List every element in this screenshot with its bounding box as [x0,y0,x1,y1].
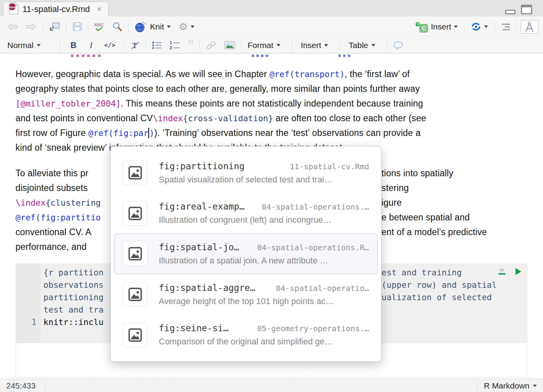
text-line[interactable]: geography states that points close to ea… [15,81,531,96]
xref-desc: Average height of the top 101 high point… [159,296,369,306]
index-argument: {clustering [46,198,101,208]
run-chunks-above-button[interactable] [498,269,505,275]
knit-yarn-icon [134,21,147,33]
numbered-list-button[interactable]: 1 2 [168,40,182,51]
toolbar-separator [146,40,146,51]
run-button[interactable] [468,21,490,33]
text-line[interactable]: [@miller_tobler_2004]. This means these … [15,96,531,111]
numbered-list-icon: 1 2 [170,41,180,50]
xref-item-selected[interactable]: fig:spatial-jo…04-spatial-operations.R… … [114,234,378,274]
text-line[interactable]: first row of Figure @ref(fig:par)). ‘Tra… [15,126,531,140]
table-menu[interactable]: Table [347,40,377,51]
insert-menu[interactable]: Insert [299,40,330,51]
insert-chunk-button[interactable]: + C Insert [412,20,460,34]
paragraph-style-select[interactable]: Normal [5,40,43,51]
clipped-text-remnant [339,55,350,57]
xref-title: fig:spatial-jo… [159,242,239,252]
knit-button[interactable]: Knit [132,20,173,34]
code-ref: @ref(transport) [270,69,345,79]
image-button[interactable] [222,40,237,50]
toolbar-separator [387,40,387,51]
chevron-down-icon [167,26,171,28]
xref-file: 05-geometry-operations.… [252,324,369,333]
xref-item[interactable]: fig:areal-examp…04-spatial-operations.… … [114,193,378,234]
tab-title: 11-spatial-cv.Rmd [22,4,90,14]
forward-arrow-icon [26,22,37,31]
document-mode-select[interactable]: R Markdown [477,379,543,392]
minimize-icon[interactable] [505,10,516,14]
visual-mode-toggle-button[interactable] [521,20,538,34]
toolbar-separator [128,21,129,33]
insert-chunk-icon: + C [415,21,428,33]
xref-file: 04-spatial-operatio… [270,284,369,293]
forward-button[interactable] [24,21,39,32]
inline-code-icon: </> [104,41,115,49]
toolbar-separator [339,40,340,51]
text-line[interactable]: However, geographic data is special. As … [15,67,531,81]
document-outline-toggle[interactable] [498,22,512,31]
knit-settings-button[interactable]: ⚙ [177,21,197,33]
save-button[interactable] [70,21,84,33]
text-line[interactable]: and test points in conventional CV\index… [15,111,531,126]
toolbar-separator [241,40,242,51]
code-button[interactable]: </> [102,41,117,50]
toolbar-separator [43,21,43,33]
run-chunk-button[interactable] [516,268,521,275]
xref-item[interactable]: fig:spatial-aggre…04-spatial-operatio… A… [114,274,378,315]
close-icon[interactable]: × [97,5,102,14]
link-icon [206,41,217,50]
xref-file: 04-spatial-operations.R… [252,243,369,252]
image-placeholder-icon [123,201,148,226]
code-ref: ) [149,128,154,138]
main-toolbar: ABC Knit ⚙ [0,17,543,37]
margin-guide [10,377,533,378]
editor-tab[interactable]: Rmd 11-spatial-cv.Rmd × [3,2,108,17]
comment-bubble-icon [393,41,404,50]
status-bar: 245:433 R Markdown [0,379,543,392]
xref-title: fig:seine-si… [159,323,229,333]
margin-guide [15,344,16,377]
spellcheck-button[interactable]: ABC [92,21,106,32]
bullet-list-button[interactable] [150,40,164,50]
toolbar-right-group: + C Insert [412,17,538,37]
xref-title: fig:areal-examp… [159,201,245,211]
bold-button[interactable]: B [69,40,79,51]
format-menu[interactable]: Format [246,40,282,51]
code-ref: @ref(fig:par [88,128,148,138]
toolbar-separator [292,40,292,51]
toolbar-separator [199,40,200,51]
comment-button[interactable] [391,40,406,51]
chevron-down-icon [454,26,458,28]
index-command: \index [153,113,183,123]
citation: [@miller_tobler_2004] [15,99,121,108]
show-in-new-window-button[interactable] [46,21,63,33]
index-command: \index [15,198,46,208]
find-replace-button[interactable] [110,20,125,33]
chevron-down-icon [277,44,280,46]
svg-text:2: 2 [170,45,172,50]
image-placeholder-icon [123,160,148,185]
gear-icon: ⚙ [179,22,188,32]
chunk-gutter [15,263,41,343]
chevron-down-icon [371,44,375,46]
xref-desc: Illustration of congruent (left) and inc… [159,215,369,225]
line-number: 1 [15,316,36,328]
visual-editor-compass-icon [524,22,535,32]
italic-button[interactable]: I [88,40,95,51]
toolbar-separator [494,21,495,33]
knit-label: Knit [150,22,164,31]
xref-item[interactable]: fig:seine-si…05-geometry-operations.… Co… [114,315,378,355]
image-placeholder-icon [123,323,148,347]
bullet-list-icon [152,41,162,50]
xref-title: fig:spatial-aggre… [159,283,255,293]
save-icon [72,22,82,31]
xref-item[interactable]: fig:partitioning11-spatial-cv.Rmd Spatia… [114,153,378,193]
rmd-badge-text: Rmd [9,5,16,9]
maximize-icon[interactable] [521,5,532,14]
cursor-position[interactable]: 245:433 [0,379,46,392]
chunk-toolbar [498,268,521,275]
blockquote-button[interactable]: ” [186,40,196,51]
back-button[interactable] [5,21,20,32]
clear-formatting-button[interactable]: T [129,40,142,51]
link-button[interactable] [204,40,218,51]
